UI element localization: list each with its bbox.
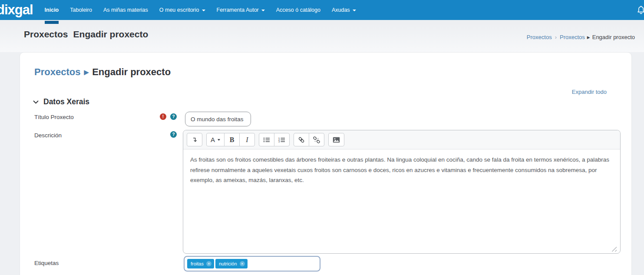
chevron-down-icon <box>261 10 265 11</box>
italic-icon[interactable]: I <box>239 133 255 146</box>
svg-text:3: 3 <box>278 140 280 143</box>
nav-menu: Inicio Taboleiro As miñas materias O meu… <box>39 0 362 20</box>
unlink-icon[interactable] <box>309 133 324 146</box>
breadcrumb-link-proxectos-2[interactable]: Proxectos <box>560 34 585 40</box>
bullet-list-icon[interactable] <box>259 133 274 146</box>
nav-item-escritorio[interactable]: O meu escritorio <box>154 0 211 20</box>
nav-item-taboleiro[interactable]: Taboleiro <box>64 0 98 20</box>
page-title: ProxectosEngadir proxecto <box>24 29 148 40</box>
nav-item-inicio[interactable]: Inicio <box>39 0 65 20</box>
tag-remove-icon[interactable]: × <box>240 261 245 266</box>
question-help-icon[interactable]: ? <box>170 113 177 120</box>
nav-item-axudas[interactable]: Axudas <box>326 0 362 20</box>
collapse-toolbar-icon[interactable] <box>187 133 202 146</box>
heading-link-proxectos[interactable]: Proxectos <box>34 66 80 77</box>
editor-toolbar: A B I 123 <box>183 130 620 149</box>
tag-remove-icon[interactable]: × <box>206 261 211 266</box>
section-datos-xerais-toggle[interactable]: Datos Xerais <box>33 97 89 106</box>
chevron-down-icon <box>218 139 220 141</box>
breadcrumb-arrow-icon: ▶ <box>587 35 590 40</box>
card-heading: Proxectos▶Engadir proxecto <box>34 66 171 78</box>
nav-item-materias[interactable]: As miñas materias <box>98 0 154 20</box>
link-icon[interactable] <box>294 133 309 146</box>
breadcrumb: Proxectos›Proxectos▶Engadir proxecto <box>527 34 635 40</box>
notification-bell-icon[interactable] <box>637 6 644 17</box>
nav-item-ferramenta-autor[interactable]: Ferramenta Autor <box>211 0 271 20</box>
tag-nutricion: nutrición × <box>215 259 248 268</box>
editor-content-area[interactable]: As froitas son os froitos comestibles da… <box>183 149 620 254</box>
image-icon[interactable] <box>328 133 344 146</box>
titulo-input[interactable] <box>185 112 251 126</box>
bold-icon[interactable]: B <box>224 133 240 146</box>
section-title: Datos Xerais <box>43 97 89 106</box>
font-menu-icon[interactable]: A <box>206 133 225 146</box>
ordered-list-icon[interactable]: 123 <box>274 133 290 146</box>
descricion-label: Descrición <box>34 132 62 139</box>
top-navbar: dixgal Inicio Taboleiro As miñas materia… <box>0 0 644 20</box>
breadcrumb-link-proxectos[interactable]: Proxectos <box>527 34 552 40</box>
question-help-icon[interactable]: ? <box>170 131 177 138</box>
chevron-down-icon <box>33 100 39 104</box>
breadcrumb-separator: › <box>555 34 557 40</box>
etiquetas-label: Etiquetas <box>34 260 59 266</box>
nav-item-catalogo[interactable]: Acceso ó catálogo <box>271 0 326 20</box>
brand-logo[interactable]: dixgal <box>0 0 33 20</box>
breadcrumb-current: Engadir proxecto <box>592 34 635 40</box>
tags-input[interactable]: froitas × nutrición × <box>184 256 320 272</box>
expand-all-link[interactable]: Expandir todo <box>572 89 607 95</box>
chevron-down-icon <box>202 10 205 11</box>
heading-arrow-icon: ▶ <box>84 69 89 76</box>
chevron-down-icon <box>353 10 356 11</box>
heading-current: Engadir proxecto <box>92 66 171 77</box>
tag-froitas: froitas × <box>187 259 214 268</box>
form-card: Proxectos▶Engadir proxecto Expandir todo… <box>20 52 632 275</box>
exclamation-required-icon: ! <box>160 113 166 120</box>
titulo-label: Título Proxecto <box>34 114 74 120</box>
rich-text-editor: A B I 123 <box>183 130 621 254</box>
